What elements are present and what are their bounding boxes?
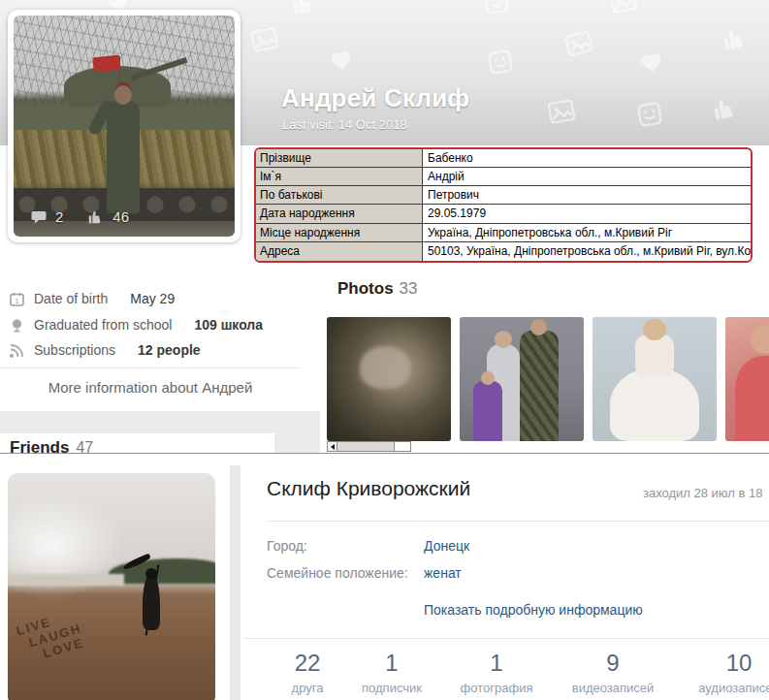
- photo-thumbnail-family[interactable]: [460, 317, 584, 441]
- counter-value: 10: [698, 650, 769, 677]
- profile-name: Андрей Склиф: [281, 83, 469, 113]
- table-row-value: Петрович: [423, 186, 751, 204]
- photos-label: Photos: [337, 279, 394, 298]
- detail-label: Subscriptions: [34, 342, 115, 358]
- table-row-label: Ім`я: [256, 168, 423, 185]
- figure: [610, 367, 699, 441]
- table-row: Місце народження Україна, Дніпропетровсь…: [256, 224, 751, 242]
- field-value-marital-status[interactable]: женат: [424, 565, 462, 581]
- table-row: Ім`я Андрій: [256, 168, 751, 186]
- more-information-link[interactable]: More information about Андрей: [0, 379, 301, 396]
- reaper-hood: [145, 568, 157, 580]
- counter-value: 1: [362, 650, 422, 677]
- sand-writing: LIVE LAUGH LOVE: [15, 607, 87, 666]
- figure: [473, 381, 502, 441]
- vk-profile-bottom-screenshot: LIVE LAUGH LOVE Склиф Криворожский заход…: [0, 465, 769, 700]
- table-row-label: По батькові: [256, 186, 423, 204]
- table-row-label: Прізвище: [256, 149, 423, 167]
- field-value-city[interactable]: Донецк: [424, 538, 469, 554]
- photos-heading[interactable]: Photos33: [337, 279, 418, 299]
- table-row-value: Україна, Дніпропетровська обл., м.Кривий…: [423, 224, 751, 241]
- detail-label: Date of birth: [34, 291, 108, 306]
- column-gap: [274, 433, 320, 454]
- avatar-photo-tank-scene: 2 46: [14, 16, 235, 237]
- detail-row-education: Graduated from school 109 школа: [10, 317, 263, 333]
- sea: [8, 574, 124, 586]
- smiley-icon: [487, 48, 514, 76]
- counter-photos[interactable]: 1 фотография: [461, 650, 533, 695]
- detail-value[interactable]: 109 школа: [194, 317, 263, 333]
- profile-name: Склиф Криворожский: [267, 477, 470, 500]
- counter-label: аудиозаписей: [698, 681, 769, 695]
- table-row-value: Андрій: [423, 168, 751, 185]
- figure: [643, 319, 666, 340]
- figure: [751, 325, 769, 354]
- soldier-figure: [107, 101, 140, 213]
- table-row-value: Бабенко: [423, 149, 751, 167]
- table-row-value: 29.05.1979: [423, 205, 751, 222]
- detail-row-subscriptions: Subscriptions 12 people: [10, 342, 201, 358]
- detail-row-date-of-birth: 1 Date of birth May 29: [10, 291, 175, 306]
- counter-value: 22: [292, 650, 324, 677]
- soldier-head: [114, 85, 132, 105]
- divider: [267, 521, 769, 522]
- smiley-icon: [483, 0, 509, 16]
- svg-text:1: 1: [16, 298, 19, 304]
- comment-icon: [31, 210, 47, 224]
- grim-reaper-figure: [143, 574, 160, 630]
- heart-icon: [329, 48, 355, 73]
- thumb-up-icon: [710, 95, 739, 123]
- friends-label: Friends: [10, 438, 69, 454]
- counter-followers[interactable]: 1 подписчик: [362, 650, 422, 695]
- column-gap: [230, 465, 240, 700]
- photo-thumbnail-cat[interactable]: [327, 317, 451, 441]
- hill: [109, 558, 215, 584]
- thumb-up-icon: [720, 25, 749, 52]
- table-row-label: Адреса: [256, 242, 423, 261]
- profile-avatar[interactable]: 2 46: [8, 10, 240, 242]
- photo-thumbnail-woman[interactable]: [725, 317, 769, 441]
- divider: [244, 638, 769, 639]
- picture-icon: [564, 30, 594, 57]
- passport-data-table: Прізвище Бабенко Ім`я Андрій По батькові…: [254, 147, 753, 263]
- counter-label: подписчик: [362, 681, 422, 695]
- table-row: Адреса 50103, Україна, Дніпропетровська …: [256, 242, 751, 261]
- counter-friends[interactable]: 22 друга: [292, 650, 324, 695]
- show-detailed-info-link[interactable]: Показать подробную информацию: [424, 602, 643, 618]
- last-seen-status: заходил 28 июл в 18: [643, 486, 763, 500]
- table-row-label: Місце народження: [256, 224, 423, 241]
- smiley-icon: [636, 101, 662, 127]
- table-row: Дата народження 29.05.1979: [256, 205, 751, 223]
- counter-label: видеозаписей: [572, 681, 655, 695]
- counter-label: фотография: [461, 681, 533, 695]
- scrollbar-thumb[interactable]: [337, 442, 395, 451]
- composite-screenshot: 2 46 Андрей Склиф Last visit: 14 Oct 201…: [0, 0, 769, 700]
- left-arrow-icon: [331, 444, 335, 450]
- picture-icon: [609, 0, 637, 14]
- counter-audios[interactable]: 10 аудиозаписей: [698, 650, 769, 695]
- detail-label: Graduated from school: [34, 317, 172, 333]
- scrollbar-track[interactable]: [337, 441, 411, 452]
- table-row: Прізвище Бабенко: [256, 149, 751, 168]
- scroll-left-button[interactable]: [327, 441, 337, 452]
- module-gap: [0, 411, 320, 433]
- counter-videos[interactable]: 9 видеозаписей: [572, 650, 655, 695]
- table-row: По батькові Петрович: [256, 186, 751, 205]
- avatar-photo-stats[interactable]: 2 46: [31, 208, 144, 225]
- horizontal-scrollbar[interactable]: [327, 441, 411, 452]
- rss-icon: [10, 343, 24, 358]
- table-row-value: 50103, Україна, Дніпропетровська обл., м…: [423, 242, 751, 261]
- photo-thumbnail-girl-dress[interactable]: [593, 317, 717, 441]
- figure: [520, 331, 559, 441]
- thumb-up-icon: [87, 209, 104, 225]
- comments-count: 2: [55, 208, 63, 225]
- friends-heading[interactable]: Friends47: [10, 438, 93, 454]
- detail-value[interactable]: May 29: [130, 291, 175, 306]
- post-photo-beach-reaper[interactable]: LIVE LAUGH LOVE: [8, 473, 215, 700]
- counter-value: 1: [461, 650, 533, 677]
- field-label-marital-status: Семейное положение:: [267, 565, 408, 581]
- thumb-up-icon: [289, 0, 317, 17]
- figure: [735, 356, 769, 441]
- detail-value[interactable]: 12 people: [138, 342, 201, 358]
- counter-value: 9: [572, 650, 655, 677]
